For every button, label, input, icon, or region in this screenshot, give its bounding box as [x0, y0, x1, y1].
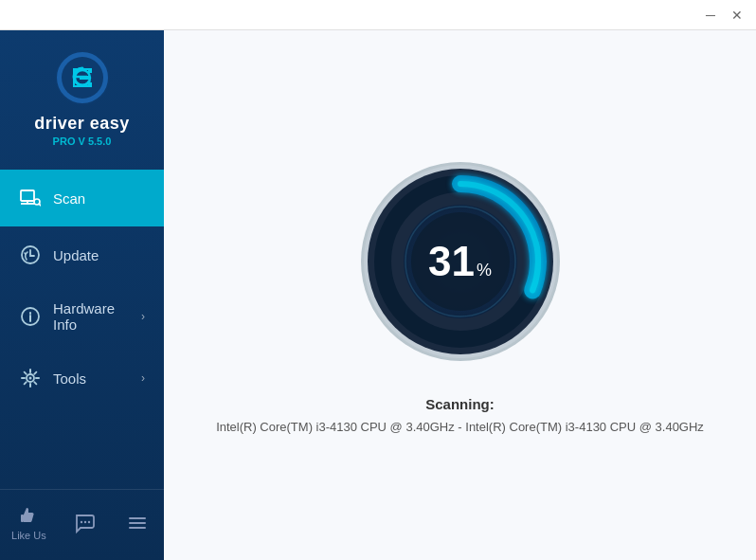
app-version: PRO V 5.5.0 [53, 135, 112, 147]
hardware-info-arrow-icon: › [141, 310, 145, 323]
sidebar-item-scan-label: Scan [53, 190, 145, 207]
hardware-info-icon [19, 305, 42, 328]
svg-rect-23 [21, 515, 24, 522]
sidebar: driver easy PRO V 5.5.0 Scan [0, 30, 164, 560]
chat-icon [73, 512, 96, 534]
svg-line-8 [39, 204, 41, 206]
svg-point-26 [88, 521, 90, 523]
chat-button[interactable] [69, 508, 99, 538]
scanning-detail: Intel(R) Core(TM) i3-4130 CPU @ 3.40GHz … [216, 420, 704, 434]
sidebar-nav: Scan Update [0, 170, 164, 489]
like-us-label: Like Us [11, 530, 46, 541]
sidebar-item-scan[interactable]: Scan [0, 170, 164, 226]
svg-point-24 [81, 521, 82, 523]
svg-line-21 [34, 372, 36, 374]
sidebar-item-tools-label: Tools [53, 370, 141, 387]
app-name: driver easy [34, 114, 130, 134]
main-content: 31 % Scanning: Intel(R) Core(TM) i3-4130… [164, 30, 756, 560]
tools-arrow-icon: › [141, 371, 145, 385]
tools-icon [19, 367, 42, 389]
title-bar: ─ ✕ [0, 0, 756, 30]
progress-ring-container: 31 % [356, 157, 565, 366]
svg-rect-4 [21, 190, 34, 201]
progress-value: 31 [428, 241, 475, 282]
svg-line-20 [34, 382, 36, 384]
app-body: driver easy PRO V 5.5.0 Scan [0, 30, 756, 560]
close-button[interactable]: ✕ [726, 4, 748, 27]
sidebar-item-hardware-info-label: Hardware Info [53, 300, 141, 333]
minimize-button[interactable]: ─ [699, 4, 722, 27]
svg-line-19 [25, 372, 27, 374]
progress-center: 31 % [428, 241, 492, 282]
like-us-button[interactable]: Like Us [11, 505, 46, 541]
scanning-label: Scanning: [425, 396, 495, 412]
sidebar-logo: driver easy PRO V 5.5.0 [0, 30, 164, 162]
svg-point-25 [84, 521, 86, 523]
app-logo-icon [54, 49, 111, 106]
sidebar-item-update[interactable]: Update [0, 226, 164, 283]
sidebar-item-tools[interactable]: Tools › [0, 350, 164, 406]
svg-line-22 [25, 382, 27, 384]
progress-percent-symbol: % [477, 261, 492, 280]
sidebar-item-update-label: Update [53, 247, 145, 263]
hamburger-icon [127, 513, 148, 533]
update-icon [19, 244, 42, 266]
thumbs-up-icon [18, 505, 39, 526]
menu-button[interactable] [122, 508, 153, 538]
svg-point-14 [29, 377, 32, 380]
sidebar-bottom: Like Us [0, 489, 164, 560]
sidebar-item-hardware-info[interactable]: Hardware Info › [0, 283, 164, 350]
scan-icon [19, 187, 42, 209]
